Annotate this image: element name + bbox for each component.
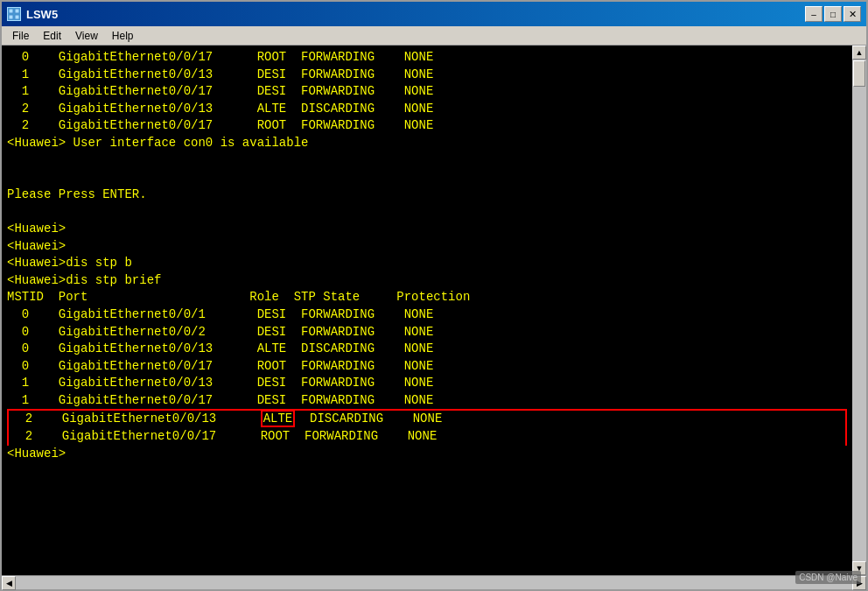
terminal-line: 0 GigabitEthernet0/0/17 ROOT FORWARDING … bbox=[7, 359, 433, 373]
terminal-line: <Huawei> bbox=[7, 239, 66, 253]
window-title: LSW5 bbox=[26, 8, 58, 21]
svg-rect-3 bbox=[15, 15, 19, 19]
maximize-button[interactable]: □ bbox=[824, 6, 842, 22]
highlight-block-start: 2 GigabitEthernet0/0/13 ALTE DISCARDING … bbox=[7, 409, 847, 445]
menu-file[interactable]: File bbox=[5, 28, 36, 44]
scroll-up-button[interactable]: ▲ bbox=[852, 46, 866, 60]
terminal-line: 1 GigabitEthernet0/0/17 DESI FORWARDING … bbox=[7, 84, 433, 98]
content-area: 0 GigabitEthernet0/0/17 ROOT FORWARDING … bbox=[2, 46, 866, 575]
h-scroll-track[interactable] bbox=[16, 576, 852, 589]
window-controls: – □ ✕ bbox=[805, 6, 861, 22]
terminal-line: 1 GigabitEthernet0/0/13 DESI FORWARDING … bbox=[7, 376, 433, 390]
terminal-line: 2 GigabitEthernet0/0/13 ALTE DISCARDING … bbox=[10, 410, 442, 427]
svg-rect-2 bbox=[9, 15, 13, 19]
terminal-line: 0 GigabitEthernet0/0/1 DESI FORWARDING N… bbox=[7, 307, 433, 321]
terminal-line: Please Press ENTER. bbox=[7, 187, 147, 201]
close-button[interactable]: ✕ bbox=[844, 6, 861, 22]
terminal-line: <Huawei> bbox=[7, 447, 66, 461]
terminal-line: <Huawei> bbox=[7, 222, 66, 236]
main-window: LSW5 – □ ✕ File Edit View Help 0 Gigabit… bbox=[0, 0, 868, 591]
terminal-line: 0 GigabitEthernet0/0/13 ALTE DISCARDING … bbox=[7, 341, 433, 355]
terminal-line: 2 GigabitEthernet0/0/17 ROOT FORWARDING … bbox=[10, 429, 437, 443]
scroll-track[interactable] bbox=[852, 60, 866, 561]
app-icon bbox=[7, 7, 21, 21]
title-bar-left: LSW5 bbox=[7, 7, 58, 21]
terminal-line: 2 GigabitEthernet0/0/13 ALTE DISCARDING … bbox=[7, 102, 433, 116]
svg-rect-0 bbox=[9, 9, 13, 13]
terminal-line: 2 GigabitEthernet0/0/17 ROOT FORWARDING … bbox=[7, 118, 433, 132]
watermark: CSDN @Naive bbox=[795, 571, 861, 584]
terminal-line: MSTID Port Role STP State Protection bbox=[7, 290, 470, 304]
menu-help[interactable]: Help bbox=[105, 28, 141, 44]
scroll-left-button[interactable]: ◀ bbox=[2, 576, 16, 590]
menu-bar: File Edit View Help bbox=[2, 26, 866, 46]
title-bar: LSW5 – □ ✕ bbox=[2, 2, 866, 26]
minimize-button[interactable]: – bbox=[805, 6, 822, 22]
menu-edit[interactable]: Edit bbox=[36, 28, 68, 44]
terminal-line: 0 GigabitEthernet0/0/17 ROOT FORWARDING … bbox=[7, 50, 433, 64]
menu-view[interactable]: View bbox=[68, 28, 105, 44]
svg-rect-1 bbox=[15, 9, 19, 13]
terminal-output[interactable]: 0 GigabitEthernet0/0/17 ROOT FORWARDING … bbox=[2, 46, 852, 575]
vertical-scrollbar[interactable]: ▲ ▼ bbox=[852, 46, 866, 575]
terminal-line: 1 GigabitEthernet0/0/13 DESI FORWARDING … bbox=[7, 67, 433, 81]
terminal-line: 0 GigabitEthernet0/0/2 DESI FORWARDING N… bbox=[7, 325, 433, 339]
alte-box: ALTE bbox=[261, 410, 296, 427]
terminal-line: 1 GigabitEthernet0/0/17 DESI FORWARDING … bbox=[7, 393, 433, 407]
scroll-thumb[interactable] bbox=[853, 60, 865, 87]
horizontal-scrollbar[interactable]: ◀ ▶ bbox=[2, 575, 866, 589]
terminal-line: <Huawei>dis stp b bbox=[7, 256, 132, 270]
terminal-line: <Huawei> User interface con0 is availabl… bbox=[7, 136, 308, 150]
terminal-line: <Huawei>dis stp brief bbox=[7, 273, 161, 287]
